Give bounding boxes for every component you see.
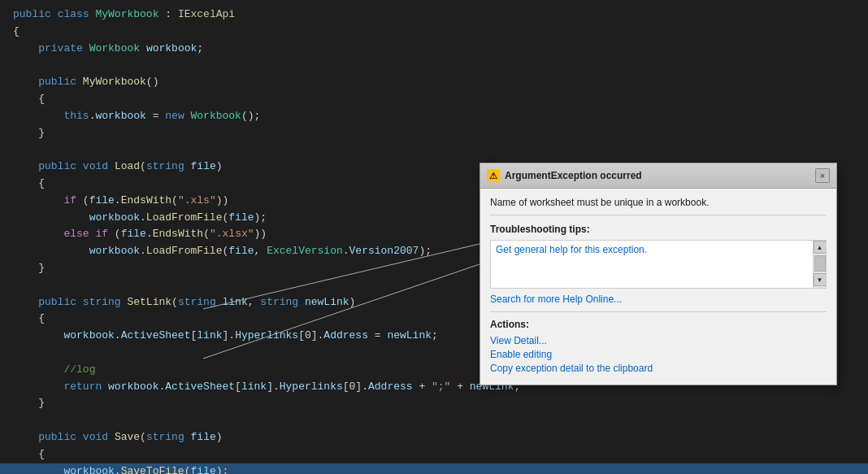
exception-dialog: ⚠ ArgumentException occurred × Name of w… xyxy=(480,163,837,385)
code-line-24: } xyxy=(0,395,868,412)
copy-exception-link[interactable]: Copy exception detail to the clipboard xyxy=(490,363,827,374)
enable-editing-link[interactable]: Enable editing xyxy=(490,349,827,360)
tips-link[interactable]: Get general help for this exception. xyxy=(496,244,647,255)
code-line-6: { xyxy=(0,91,868,108)
tips-box: Get general help for this exception. ▲ ▼ xyxy=(490,240,827,289)
code-line-3: private Workbook workbook; xyxy=(0,41,868,58)
code-line-28: workbook.SaveToFile(file); xyxy=(0,463,868,474)
warning-icon: ⚠ xyxy=(487,169,500,182)
view-detail-link[interactable]: View Detail... xyxy=(490,335,827,346)
troubleshooting-title: Troubleshooting tips: xyxy=(490,224,827,235)
dialog-titlebar: ⚠ ArgumentException occurred × xyxy=(480,163,836,189)
scroll-down-arrow[interactable]: ▼ xyxy=(814,273,827,286)
code-line-2: { xyxy=(0,24,868,41)
code-line-27: { xyxy=(0,446,868,463)
dialog-close-button[interactable]: × xyxy=(815,168,830,183)
code-line-25 xyxy=(0,412,868,429)
dialog-title: ArgumentException occurred xyxy=(505,170,642,181)
actions-title: Actions: xyxy=(490,319,827,330)
code-line-5: public MyWorkbook() xyxy=(0,74,868,91)
actions-section: Actions: View Detail... Enable editing C… xyxy=(490,319,827,374)
code-line-8: } xyxy=(0,125,868,142)
code-line-1: public class MyWorkbook : IExcelApi xyxy=(0,7,868,24)
code-line-4 xyxy=(0,57,868,74)
scroll-up-arrow[interactable]: ▲ xyxy=(814,241,827,254)
dialog-title-area: ⚠ ArgumentException occurred xyxy=(487,169,642,182)
scroll-thumb[interactable] xyxy=(814,255,826,272)
search-help-link[interactable]: Search for more Help Online... xyxy=(490,294,827,312)
code-line-7: this.workbook = new Workbook(); xyxy=(0,108,868,125)
dialog-message: Name of worksheet must be unique in a wo… xyxy=(490,197,827,215)
code-line-26: public void Save(string file) xyxy=(0,429,868,446)
scrollbar-track[interactable]: ▲ ▼ xyxy=(813,241,826,288)
dialog-body: Name of worksheet must be unique in a wo… xyxy=(480,189,836,385)
code-line-9 xyxy=(0,141,868,159)
